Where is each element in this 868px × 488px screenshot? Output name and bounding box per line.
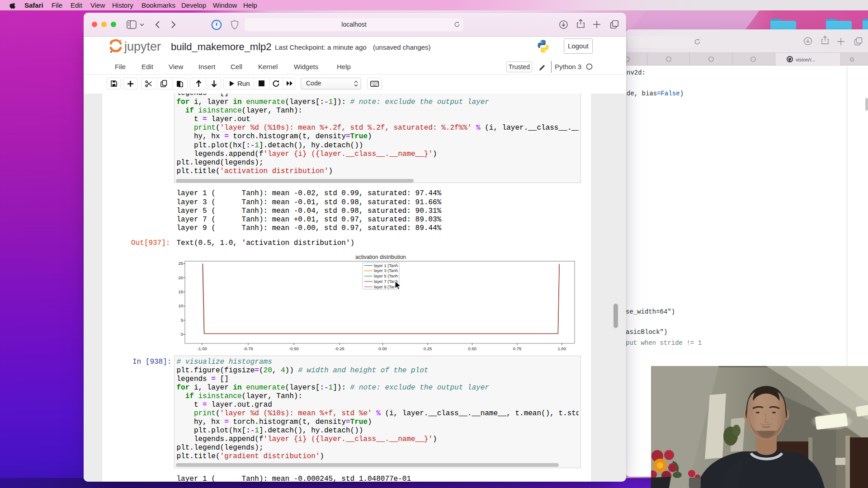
svg-text:activation distribution: activation distribution — [355, 254, 406, 260]
svg-text:25: 25 — [178, 261, 183, 266]
svg-text:-1.00: -1.00 — [197, 346, 207, 351]
svg-text:layer 5 (Tanh: layer 5 (Tanh — [374, 274, 398, 278]
svg-text:5: 5 — [181, 318, 183, 323]
svg-text:0.25: 0.25 — [424, 346, 432, 351]
svg-text:1.00: 1.00 — [557, 346, 566, 351]
svg-text:15: 15 — [178, 289, 183, 294]
svg-text:-0.25: -0.25 — [335, 346, 344, 351]
svg-text:10: 10 — [178, 303, 183, 308]
svg-text:20: 20 — [178, 275, 183, 280]
svg-text:0.00: 0.00 — [378, 346, 387, 351]
svg-text:layer 3 (Tanh: layer 3 (Tanh — [374, 268, 398, 273]
svg-text:0.75: 0.75 — [513, 346, 522, 351]
svg-text:-0.50: -0.50 — [289, 346, 299, 351]
svg-text:0: 0 — [181, 332, 183, 337]
svg-text:-0.75: -0.75 — [243, 346, 253, 351]
svg-text:layer 1 (Tanh: layer 1 (Tanh — [374, 263, 398, 268]
svg-text:0.50: 0.50 — [468, 346, 476, 351]
